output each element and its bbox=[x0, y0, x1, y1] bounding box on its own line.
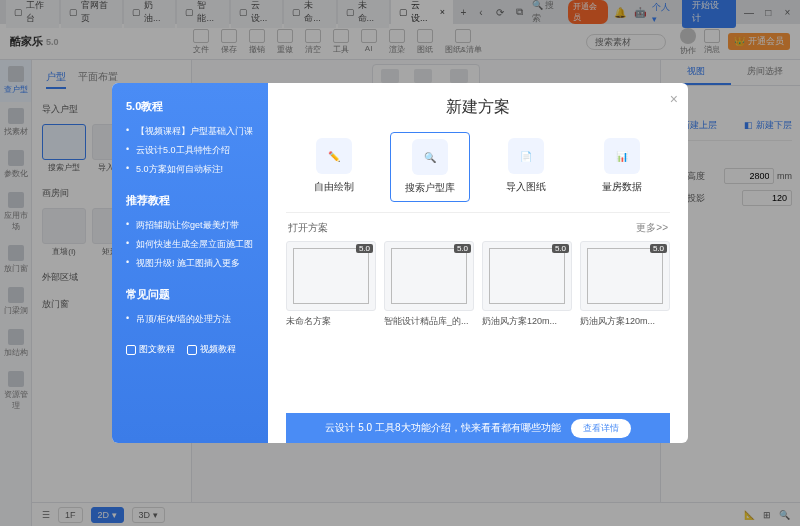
more-projects-link[interactable]: 更多>> bbox=[636, 221, 668, 235]
modal-close-button[interactable]: × bbox=[670, 91, 678, 107]
text-tutorial-link[interactable]: 图文教程 bbox=[126, 343, 175, 356]
project-card[interactable]: 5.0奶油风方案120m... bbox=[482, 241, 572, 328]
create-option[interactable]: 📊量房数据 bbox=[582, 132, 662, 202]
create-option[interactable]: ✏️自由绘制 bbox=[294, 132, 374, 202]
tutorial-rec-title: 推荐教程 bbox=[126, 193, 254, 208]
tutorial-link[interactable]: 云设计5.0工具特性介绍 bbox=[126, 141, 254, 160]
video-tutorial-link[interactable]: 视频教程 bbox=[187, 343, 236, 356]
modal-sidebar: 5.0教程 【视频课程】户型基础入门课云设计5.0工具特性介绍5.0方案如何自动… bbox=[112, 83, 268, 443]
project-card[interactable]: 5.0奶油风方案120m... bbox=[580, 241, 670, 328]
create-option[interactable]: 🔍搜索户型库 bbox=[390, 132, 470, 202]
banner-details-button[interactable]: 查看详情 bbox=[571, 419, 631, 438]
tutorial-link[interactable]: 吊顶/柜体/墙的处理方法 bbox=[126, 310, 254, 329]
open-project-title: 打开方案 bbox=[288, 221, 328, 235]
modal-title: 新建方案 bbox=[286, 97, 670, 118]
create-option[interactable]: 📄导入图纸 bbox=[486, 132, 566, 202]
project-card[interactable]: 5.0未命名方案 bbox=[286, 241, 376, 328]
modal-banner: 云设计 5.0 工具8大功能介绍，快来看看都有哪些功能 查看详情 bbox=[286, 413, 670, 443]
banner-text: 云设计 5.0 工具8大功能介绍，快来看看都有哪些功能 bbox=[325, 421, 560, 435]
tutorial-link[interactable]: 视图升级! 施工图插入更多 bbox=[126, 254, 254, 273]
tutorial-link[interactable]: 【视频课程】户型基础入门课 bbox=[126, 122, 254, 141]
project-card[interactable]: 5.0智能设计精品库_的... bbox=[384, 241, 474, 328]
tutorial-5-title: 5.0教程 bbox=[126, 99, 254, 114]
tutorial-link[interactable]: 5.0方案如何自动标注! bbox=[126, 160, 254, 179]
faq-title: 常见问题 bbox=[126, 287, 254, 302]
tutorial-link[interactable]: 如何快速生成全屋立面施工图 bbox=[126, 235, 254, 254]
modal-overlay: 5.0教程 【视频课程】户型基础入门课云设计5.0工具特性介绍5.0方案如何自动… bbox=[0, 0, 800, 526]
new-project-modal: 5.0教程 【视频课程】户型基础入门课云设计5.0工具特性介绍5.0方案如何自动… bbox=[112, 83, 688, 443]
tutorial-link[interactable]: 两招辅助让你get最美灯带 bbox=[126, 216, 254, 235]
